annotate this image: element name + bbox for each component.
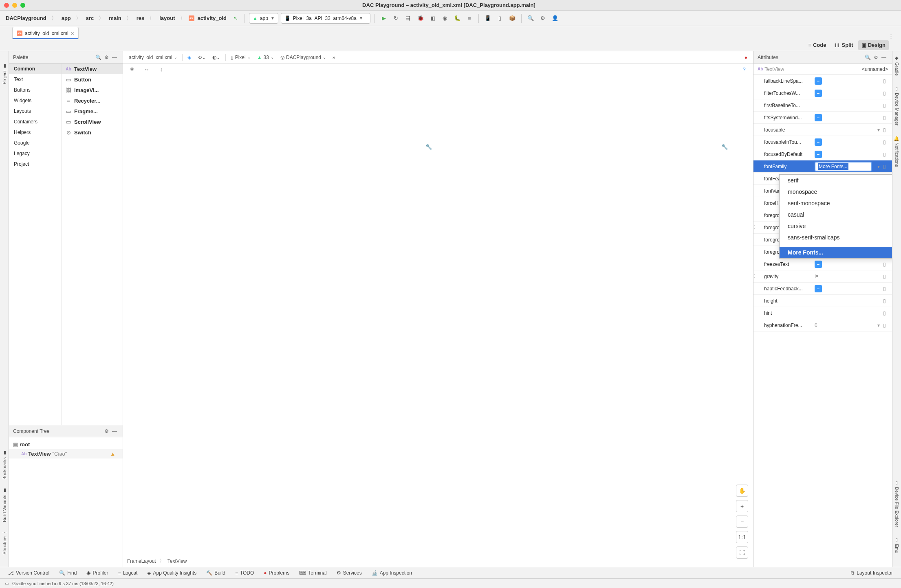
run-config-dropdown[interactable]: ▲ app ▼ — [249, 13, 278, 24]
build-tab[interactable]: 🔨Build — [206, 570, 225, 576]
more-icon[interactable]: » — [331, 55, 337, 60]
palette-item[interactable]: AbTextView — [62, 64, 123, 74]
palette-category[interactable]: Buttons — [9, 85, 62, 95]
palette-category[interactable]: Project — [9, 159, 62, 169]
breadcrumb-item[interactable]: res — [135, 14, 146, 22]
pan-icon[interactable]: ✋ — [736, 485, 748, 497]
palette-category[interactable]: Text — [9, 74, 62, 85]
palette-item[interactable]: ⊙Switch — [62, 127, 123, 138]
issues-icon[interactable]: ● — [743, 55, 749, 60]
dropdown-more-fonts[interactable]: More Fonts... — [780, 247, 892, 258]
close-window-icon[interactable] — [4, 3, 9, 8]
attribute-row[interactable]: filterTouchesW...−▯ — [753, 87, 892, 99]
palette-item[interactable]: 🖼ImageVi... — [62, 85, 123, 95]
project-tool-tab[interactable]: Project▮ — [2, 64, 7, 84]
rerun-icon[interactable]: ↻ — [391, 13, 401, 23]
checkbox-icon[interactable]: − — [815, 151, 822, 158]
palette-item[interactable]: ▭Fragme... — [62, 106, 123, 116]
tree-root[interactable]: ▣ root — [9, 440, 123, 449]
dropdown-option[interactable]: monospace — [780, 186, 892, 197]
palette-category[interactable]: Common — [9, 64, 62, 74]
structure-tool-tab[interactable]: Structure⋮ — [2, 530, 7, 555]
attribute-value[interactable]: − — [812, 285, 883, 292]
close-tab-icon[interactable]: × — [71, 30, 74, 37]
palette-category[interactable]: Google — [9, 138, 62, 148]
attribute-row[interactable]: hint▯ — [753, 307, 892, 319]
zoom-reset-icon[interactable]: 1:1 — [736, 531, 748, 543]
attribute-value[interactable]: − — [812, 90, 883, 97]
device-dropdown[interactable]: ▯Pixel⌄ — [229, 55, 252, 60]
checkbox-icon[interactable]: − — [815, 114, 822, 121]
app-quality-tab[interactable]: ◈App Quality Insights — [147, 570, 196, 576]
surface-icon[interactable]: ◈ — [186, 55, 193, 60]
breadcrumb-item[interactable]: src — [84, 14, 96, 22]
attribute-row[interactable]: focusable▾▯ — [753, 124, 892, 136]
app-inspection-tab[interactable]: 🔬App Inspection — [372, 570, 412, 576]
attribute-row[interactable]: height▯ — [753, 295, 892, 307]
maximize-window-icon[interactable] — [20, 3, 25, 8]
attribute-value[interactable]: More Fonts... — [812, 162, 874, 171]
services-tab[interactable]: ⚙Services — [337, 570, 362, 576]
dropdown-option[interactable]: serif-monospace — [780, 197, 892, 209]
breadcrumb-item[interactable]: app — [60, 14, 73, 22]
orientation-icon[interactable]: ⟲⌄ — [196, 55, 207, 60]
dropdown-option[interactable]: serif — [780, 175, 892, 186]
search-icon[interactable]: 🔍 — [526, 13, 535, 23]
palette-item[interactable]: ≡Recycler... — [62, 95, 123, 106]
breadcrumb[interactable]: DACPlayground〉 app〉 src〉 main〉 res〉 layo… — [4, 14, 228, 23]
palette-item[interactable]: ▭ScrollView — [62, 116, 123, 127]
attribute-row[interactable]: fitsSystemWind...−▯ — [753, 112, 892, 124]
device-manager-tool-tab[interactable]: ▯Device Manager — [894, 86, 899, 125]
notifications-tool-tab[interactable]: 🔔Notifications — [894, 136, 899, 167]
resource-picker-icon[interactable]: ▯ — [883, 286, 892, 292]
resource-picker-icon[interactable]: ▯ — [883, 78, 892, 84]
attribute-value[interactable]: − — [812, 114, 883, 121]
palette-category[interactable]: Legacy — [9, 148, 62, 159]
dropdown-option[interactable]: casual — [780, 209, 892, 220]
minimize-window-icon[interactable] — [12, 3, 17, 8]
design-file-dropdown[interactable]: activity_old_xml.xml⌄ — [127, 55, 179, 60]
attribute-value[interactable]: 0 — [812, 323, 874, 328]
resource-picker-icon[interactable]: ▯ — [883, 103, 892, 108]
chevron-down-icon[interactable]: ▾ — [874, 127, 883, 133]
find-tab[interactable]: 🔍Find — [59, 570, 77, 576]
account-icon[interactable]: 👤 — [550, 13, 560, 23]
api-dropdown[interactable]: ▲33⌄ — [256, 55, 275, 60]
minimize-icon[interactable]: — — [110, 55, 119, 60]
resource-picker-icon[interactable]: ▯ — [883, 115, 892, 121]
view-split-button[interactable]: ⫿⫿Split — [831, 40, 856, 50]
attribute-value[interactable]: − — [812, 151, 883, 158]
resource-picker-icon[interactable]: ▯ — [883, 310, 892, 316]
chevron-down-icon[interactable]: ▾ — [874, 164, 883, 169]
device-file-explorer-tool-tab[interactable]: ▯Device File Explorer — [894, 480, 899, 527]
device-manager-icon[interactable]: ▯ — [495, 13, 505, 23]
resource-picker-icon[interactable]: ▯ — [883, 151, 892, 157]
gear-icon[interactable]: ⚙ — [872, 55, 880, 60]
checkbox-icon[interactable]: − — [815, 77, 822, 85]
view-design-button[interactable]: ▣Design — [858, 40, 889, 50]
dropdown-option[interactable]: sans-serif-smallcaps — [780, 232, 892, 243]
resource-picker-icon[interactable]: ▯ — [883, 298, 892, 304]
resource-picker-icon[interactable]: ▯ — [883, 323, 892, 328]
minimize-icon[interactable]: — — [880, 55, 888, 60]
eye-icon[interactable]: 👁 — [127, 64, 137, 74]
minimize-icon[interactable]: — — [110, 428, 119, 434]
sdk-manager-icon[interactable]: 📦 — [507, 13, 517, 23]
status-icon[interactable]: ▭ — [5, 581, 9, 586]
palette-category[interactable]: Widgets — [9, 95, 62, 106]
zoom-in-icon[interactable]: + — [736, 500, 748, 512]
night-mode-icon[interactable]: ◐⌄ — [211, 55, 222, 60]
coverage-icon[interactable]: ◧ — [428, 13, 438, 23]
profiler-tab[interactable]: ◉Profiler — [86, 570, 108, 576]
gear-icon[interactable]: ⚙ — [102, 55, 110, 60]
run-icon[interactable]: ▶ — [379, 13, 389, 23]
resource-picker-icon[interactable]: ▯ — [883, 139, 892, 145]
stop-icon[interactable]: ■ — [465, 13, 474, 23]
theme-dropdown[interactable]: ◎DACPlayground⌄ — [279, 55, 328, 60]
problems-tab[interactable]: ●Problems — [264, 570, 289, 576]
attribute-row[interactable]: focusedByDefault−▯ — [753, 148, 892, 160]
palette-category[interactable]: Layouts — [9, 106, 62, 116]
emulator-tool-tab[interactable]: ▯Emu — [894, 537, 899, 553]
breadcrumb-item[interactable]: main — [107, 14, 123, 22]
element-name[interactable]: <unnamed> — [862, 66, 888, 72]
